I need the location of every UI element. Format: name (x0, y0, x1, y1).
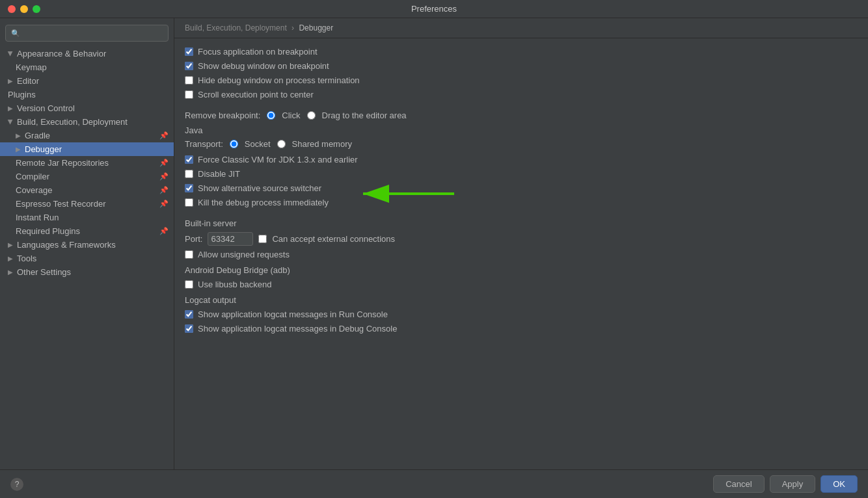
pin-icon-espresso: 📌 (159, 200, 169, 208)
checkbox-row-disable-jit: Disable JIT (185, 168, 858, 179)
logcat-checkboxes-group: Show application logcat messages in Run … (185, 309, 858, 334)
pin-icon-coverage: 📌 (159, 186, 169, 194)
checkbox-row-focus-app: Focus application on breakpoint (185, 46, 858, 57)
ok-button[interactable]: OK (821, 475, 858, 493)
settings-content-area: Focus application on breakpoint Show deb… (174, 38, 868, 469)
remove-breakpoint-row: Remove breakpoint: Click Drag to the edi… (185, 111, 858, 120)
sidebar-item-label: Instant Run (16, 213, 59, 222)
checkbox-disable-jit[interactable] (185, 170, 193, 178)
expand-arrow-editor: ▶ (8, 77, 13, 85)
maximize-button[interactable] (33, 5, 40, 13)
sidebar-item-label: Plugins (8, 90, 36, 99)
sidebar: 🔍 ▶ Appearance & Behavior Keymap ▶ Edito… (0, 18, 174, 469)
label-show-debug-window: Show debug window on breakpoint (198, 61, 329, 71)
port-input[interactable] (208, 232, 253, 246)
help-button[interactable]: ? (10, 478, 23, 491)
checkbox-row-hide-debug-window: Hide debug window on process termination (185, 75, 858, 86)
checkbox-kill-debug[interactable] (185, 198, 193, 207)
window-controls (8, 5, 40, 13)
checkbox-show-debug-console[interactable] (185, 324, 193, 333)
title-bar: Preferences (0, 0, 868, 18)
label-show-alt-source: Show alternative source switcher (198, 183, 321, 193)
sidebar-item-label: Required Plugins (16, 226, 80, 236)
checkbox-show-debug-window[interactable] (185, 62, 193, 70)
sidebar-item-vcs[interactable]: ▶ Version Control (0, 101, 174, 115)
sidebar-item-required-plugins[interactable]: Required Plugins 📌 (0, 224, 174, 238)
checkbox-can-accept[interactable] (258, 235, 267, 243)
builtin-server-title: Built-in server (185, 218, 858, 228)
sidebar-item-compiler[interactable]: Compiler 📌 (0, 170, 174, 183)
checkbox-allow-unsigned[interactable] (185, 250, 193, 259)
expand-arrow-appearance: ▶ (7, 51, 14, 57)
sidebar-item-remote-jar[interactable]: Remote Jar Repositories 📌 (0, 156, 174, 170)
content-wrapper: Build, Execution, Deployment › Debugger … (174, 18, 868, 469)
sidebar-item-tools[interactable]: ▶ Tools (0, 252, 174, 265)
sidebar-item-label: Keymap (16, 62, 47, 72)
sidebar-item-keymap[interactable]: Keymap (0, 60, 174, 74)
search-box[interactable]: 🔍 (5, 25, 169, 42)
breadcrumb-parent: Build, Execution, Deployment (185, 23, 287, 33)
sidebar-item-plugins[interactable]: Plugins (0, 88, 174, 101)
sidebar-item-build[interactable]: ▶ Build, Execution, Deployment (0, 115, 174, 129)
label-show-debug-console: Show application logcat messages in Debu… (198, 324, 397, 334)
expand-arrow-vcs: ▶ (8, 105, 13, 112)
search-icon: 🔍 (11, 29, 20, 38)
checkbox-row-show-debug-console: Show application logcat messages in Debu… (185, 323, 858, 334)
sidebar-item-gradle[interactable]: ▶ Gradle 📌 (0, 129, 174, 142)
pin-icon-required-plugins: 📌 (159, 227, 169, 235)
minimize-button[interactable] (20, 5, 28, 13)
sidebar-item-debugger[interactable]: ▶ Debugger (0, 142, 174, 156)
sidebar-item-label: Other Settings (17, 267, 71, 277)
port-label: Port: (185, 234, 202, 244)
sidebar-item-languages[interactable]: ▶ Languages & Frameworks (0, 238, 174, 252)
logcat-section-title: Logcat output (185, 295, 858, 305)
radio-socket[interactable] (230, 140, 238, 148)
checkbox-use-libusb[interactable] (185, 280, 193, 289)
cancel-button[interactable]: Cancel (713, 475, 764, 493)
sidebar-item-label: Tools (17, 254, 36, 263)
radio-drag[interactable] (307, 111, 316, 120)
checkbox-hide-debug-window[interactable] (185, 76, 193, 85)
sidebar-item-label: Gradle (25, 131, 50, 140)
checkbox-focus-app[interactable] (185, 47, 193, 56)
radio-click[interactable] (267, 111, 275, 120)
expand-arrow-debugger: ▶ (16, 146, 21, 153)
label-disable-jit: Disable JIT (198, 169, 240, 179)
breadcrumb-current: Debugger (299, 23, 333, 33)
checkbox-row-show-run-console: Show application logcat messages in Run … (185, 309, 858, 320)
sidebar-item-label: Appearance & Behavior (17, 49, 106, 59)
label-can-accept: Can accept external connections (272, 234, 395, 244)
main-container: 🔍 ▶ Appearance & Behavior Keymap ▶ Edito… (0, 18, 868, 469)
expand-arrow-tools: ▶ (8, 255, 13, 262)
checkbox-show-alt-source[interactable] (185, 184, 193, 192)
adb-section-title: Android Debug Bridge (adb) (185, 265, 858, 275)
close-button[interactable] (8, 5, 16, 13)
radio-shared-memory[interactable] (277, 140, 286, 148)
java-section-title: Java (185, 125, 858, 135)
checkbox-row-force-classic: Force Classic VM for JDK 1.3.x and earli… (185, 154, 858, 165)
checkbox-scroll-exec[interactable] (185, 90, 193, 99)
apply-button[interactable]: Apply (770, 475, 816, 493)
label-show-run-console: Show application logcat messages in Run … (198, 309, 388, 319)
checkbox-show-run-console[interactable] (185, 310, 193, 319)
label-drag: Drag to the editor area (322, 111, 407, 120)
label-scroll-exec: Scroll execution point to center (198, 90, 314, 99)
checkbox-row-scroll-exec: Scroll execution point to center (185, 89, 858, 100)
checkbox-row-use-libusb: Use libusb backend (185, 279, 858, 290)
sidebar-item-other-settings[interactable]: ▶ Other Settings (0, 265, 174, 279)
sidebar-item-label: Remote Jar Repositories (16, 158, 109, 168)
sidebar-item-editor[interactable]: ▶ Editor (0, 74, 174, 88)
sidebar-item-label: Version Control (17, 103, 75, 113)
pin-icon-remote-jar: 📌 (159, 159, 169, 167)
checkbox-force-classic[interactable] (185, 155, 193, 164)
checkbox-row-allow-unsigned: Allow unsigned requests (185, 249, 858, 260)
checkbox-row-show-alt-source: Show alternative source switcher (185, 183, 858, 194)
window-title: Preferences (411, 4, 457, 14)
sidebar-item-espresso[interactable]: Espresso Test Recorder 📌 (0, 197, 174, 211)
pin-icon-compiler: 📌 (159, 172, 169, 181)
transport-row: Transport: Socket Shared memory (185, 139, 858, 149)
sidebar-item-appearance[interactable]: ▶ Appearance & Behavior (0, 47, 174, 60)
sidebar-item-coverage[interactable]: Coverage 📌 (0, 183, 174, 197)
search-input[interactable] (23, 29, 163, 38)
sidebar-item-instant-run[interactable]: Instant Run (0, 211, 174, 224)
